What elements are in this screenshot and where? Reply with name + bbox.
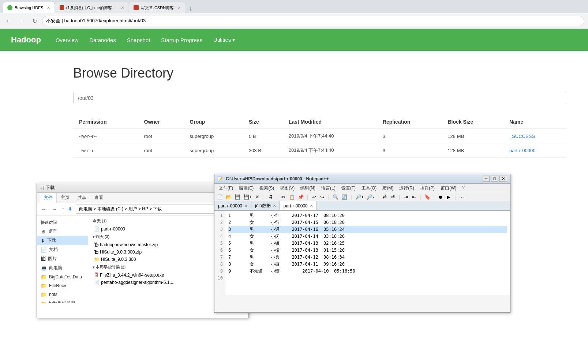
zip-icon-2: 🗜 — [94, 249, 98, 255]
np-divider-9: | — [434, 194, 435, 200]
fe-sidebar-desktop[interactable]: 🖥 桌面 — [37, 227, 88, 236]
nav-utilities[interactable]: Utilities ▾ — [213, 37, 236, 43]
tab-csdn-1[interactable]: (1条消息)【C_time的博客】HDF… ✕ — [55, 2, 128, 13]
np-tb-zoom-in[interactable]: 🔎+ — [354, 194, 365, 200]
fe-forward[interactable]: → — [50, 206, 58, 213]
pics-icon: 🖼 — [41, 256, 46, 262]
cell-group-2: supergroup — [184, 143, 243, 158]
notepad-window: 📝 C:\Users\HP\Downloads\part-r-00000 - N… — [214, 174, 510, 313]
np-tb-more[interactable]: ⋯ — [458, 194, 465, 200]
nav-datanodes[interactable]: Datanodes — [89, 34, 116, 46]
fe-tab-file[interactable]: 文件 — [40, 193, 57, 203]
np-menu-lang[interactable]: 语言(L) — [318, 184, 338, 192]
nav-snapshot[interactable]: Snapshot — [127, 34, 150, 46]
np-tb-new[interactable]: 📄 — [216, 194, 224, 200]
tab-csdn-2[interactable]: 写文章-CSDN博客 ✕ — [129, 2, 185, 13]
reload-button[interactable]: ↻ — [30, 17, 39, 25]
exe-icon: 🗄 — [94, 273, 98, 278]
np-tab-close-2[interactable]: ✕ — [273, 204, 276, 208]
np-tb-open[interactable]: 📂 — [225, 194, 233, 200]
tab-browsing-hdfs[interactable]: Browsing HDFS ✕ — [3, 2, 55, 13]
fe-sidebar-downloads[interactable]: ⬇ 下载 — [37, 236, 88, 245]
fe-sidebar-computer[interactable]: 💻 此电脑 — [37, 263, 88, 273]
file-link-part[interactable]: part-r-00000 — [509, 148, 536, 153]
page-wrapper: Browse Directory Permission Owner Group … — [0, 51, 588, 364]
path-input[interactable] — [73, 92, 566, 104]
np-tb-close[interactable]: ✕ — [254, 194, 261, 200]
np-menu-macro[interactable]: 宏(M) — [379, 184, 396, 192]
np-menu-search[interactable]: 搜索(S) — [256, 184, 277, 192]
zip-icon-1: 🗜 — [94, 242, 98, 247]
np-maximize[interactable]: □ — [491, 176, 498, 182]
np-tb-undo[interactable]: ↩ — [311, 194, 318, 200]
fe-back[interactable]: ← — [40, 206, 48, 213]
new-tab-button[interactable]: + — [186, 5, 196, 13]
np-menu-window[interactable]: 窗口(W) — [438, 184, 459, 192]
np-close[interactable]: ✕ — [499, 176, 507, 182]
np-tab-2[interactable]: join数据 ✕ — [251, 201, 280, 210]
np-tab-close-3[interactable]: ✕ — [310, 204, 313, 208]
np-line-numbers: 1 2 3 4 5 6 7 8 9 10 — [214, 211, 225, 295]
cell-name-2[interactable]: part-r-00000 — [503, 143, 566, 158]
fe-up[interactable]: ↑ — [60, 206, 66, 213]
nav-startup-progress[interactable]: Startup Progress — [161, 34, 202, 46]
file-link-success[interactable]: _SUCCESS — [509, 134, 535, 139]
tab-close-1[interactable]: ✕ — [47, 5, 50, 10]
np-minimize[interactable]: ─ — [483, 176, 490, 182]
np-tb-zoom-out[interactable]: 🔎- — [366, 194, 375, 200]
np-tb-outdent[interactable]: ⇤ — [410, 194, 417, 200]
fe-sidebar-pics[interactable]: 🖼 图片 — [37, 254, 88, 263]
np-menu-tools[interactable]: 工具(O) — [359, 184, 379, 192]
utilities-label: Utilities ▾ — [213, 37, 236, 43]
np-tb-print[interactable]: 🖨 — [267, 194, 274, 200]
back-button[interactable]: ← — [4, 17, 14, 25]
fe-file-fz: FileZilla_3.44.2_win64-setup.exe — [100, 273, 164, 278]
np-tb-play[interactable]: ▶ — [445, 194, 452, 200]
np-menu-file[interactable]: 文件(F) — [216, 184, 236, 192]
fe-hdfs[interactable]: 📁 hdfs — [37, 290, 88, 299]
np-menu-edit[interactable]: 编辑(E) — [236, 184, 256, 192]
np-tb-find[interactable]: 🔍 — [332, 194, 340, 200]
line-num-7: 7 — [217, 254, 223, 261]
np-tb-copy[interactable]: 📋 — [288, 194, 296, 200]
np-tab-3[interactable]: part-r-00000 ✕ — [280, 201, 317, 210]
forward-button[interactable]: → — [17, 17, 27, 25]
np-menu-settings[interactable]: 设置(T) — [338, 184, 359, 192]
np-menu: 文件(F) 编辑(E) 搜索(S) 视图(V) 编码(N) 语言(L) 设置(T… — [214, 184, 510, 193]
col-name: Name — [503, 115, 566, 129]
np-menu-view[interactable]: 视图(V) — [277, 184, 297, 192]
nav-overview[interactable]: Overview — [56, 34, 79, 46]
fe-bigdata[interactable]: 📁 BigDataTestData — [37, 273, 88, 281]
np-tb-redo[interactable]: ↪ — [319, 194, 326, 200]
np-tb-record[interactable]: ⏺ — [437, 194, 444, 200]
np-tb-save[interactable]: 💾 — [233, 194, 241, 200]
np-text-content[interactable]: 1 男 小红 2017-04-17 08:16:20 2 女 小行 2017-0… — [225, 211, 510, 295]
fe-tab-share[interactable]: 共享 — [74, 193, 90, 203]
np-tb-indent[interactable]: ⇥ — [402, 194, 409, 200]
fe-sidebar-docs[interactable]: 📄 文档 — [37, 245, 88, 254]
address-input[interactable] — [42, 16, 584, 26]
np-tab-close-1[interactable]: ✕ — [244, 204, 247, 208]
cell-name-1[interactable]: _SUCCESS — [503, 129, 566, 143]
fe-location-icon: ⬇ — [68, 206, 72, 212]
fe-hdfs-mind[interactable]: 📁 hdfs思维导图 — [37, 299, 88, 303]
fe-filerecv[interactable]: 📁 FileRecv — [37, 281, 88, 290]
np-tb-replace[interactable]: 🔄 — [340, 194, 348, 200]
tab-close-3[interactable]: ✕ — [177, 5, 181, 10]
np-tb-sync[interactable]: ⇄ — [381, 194, 388, 200]
tab-close-2[interactable]: ✕ — [121, 5, 124, 10]
np-menu-help[interactable]: ? — [459, 184, 468, 192]
fe-tab-view[interactable]: 查看 — [90, 193, 107, 203]
np-tb-paste[interactable]: 📌 — [297, 194, 305, 200]
np-tb-save-all[interactable]: 💾+ — [242, 194, 253, 200]
np-tb-cut[interactable]: ✂ — [280, 194, 287, 200]
fe-sidebar: 快速访问 🖥 桌面 ⬇ 下载 📄 文档 🖼 图片 — [37, 215, 88, 303]
cell-modified-2: 2019/9/4 下午7:44:40 — [283, 143, 377, 158]
np-tb-bookmarks[interactable]: 🔖 — [423, 194, 431, 200]
np-tb-wrap[interactable]: ⏎ — [389, 194, 396, 200]
np-menu-encode[interactable]: 编码(N) — [297, 184, 318, 192]
fe-tab-home[interactable]: 主页 — [57, 193, 74, 203]
np-tab-1[interactable]: part-r-00000 ✕ — [214, 201, 251, 210]
np-menu-run[interactable]: 运行(R) — [396, 184, 417, 192]
np-menu-plugins[interactable]: 插件(P) — [417, 184, 438, 192]
